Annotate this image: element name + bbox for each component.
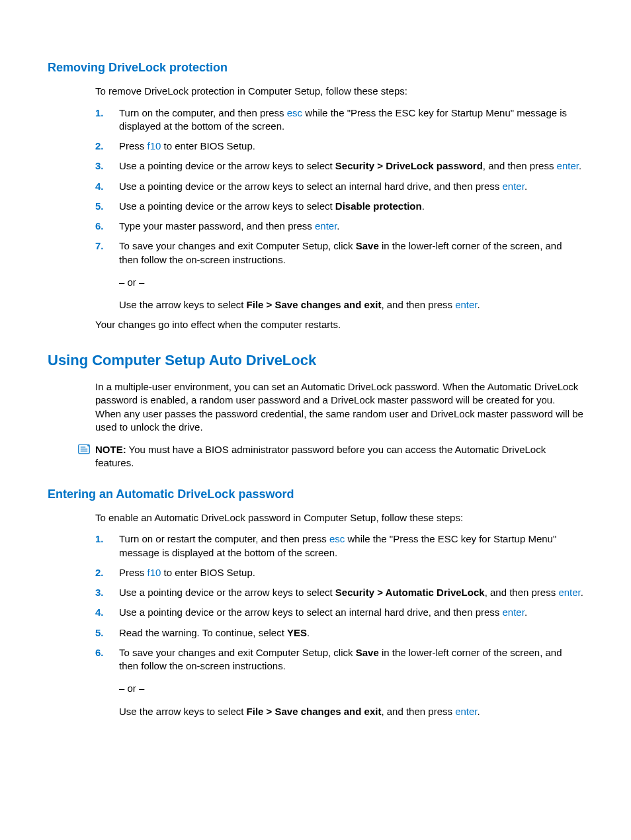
step-text: .: [422, 200, 425, 212]
step-text: Use the arrow keys to select: [119, 706, 247, 717]
bold-text: Security > Automatic DriveLock: [335, 587, 485, 598]
step-6: 6. To save your changes and exit Compute…: [95, 646, 583, 718]
outro-text: Your changes go into effect when the com…: [95, 318, 583, 331]
step-text: .: [579, 160, 581, 171]
key-esc: esc: [287, 107, 302, 118]
step-number: 5.: [95, 200, 104, 213]
heading-removing-drivelock: Removing DriveLock protection: [48, 60, 583, 75]
key-enter: enter: [503, 607, 525, 618]
step-number: 1.: [95, 106, 104, 120]
step-text: Press: [119, 140, 147, 151]
step-text: .: [525, 607, 527, 618]
or-divider: – or –: [119, 276, 583, 289]
or-divider: – or –: [119, 682, 583, 695]
bold-text: Security > DriveLock password: [335, 160, 483, 171]
bold-text: Save: [356, 647, 379, 658]
step-text: Use a pointing device or the arrow keys …: [119, 607, 503, 618]
steps-list-1: 1. Turn on the computer, and then press …: [95, 106, 583, 312]
key-enter: enter: [455, 706, 477, 717]
step-text: .: [581, 587, 583, 598]
step-text: Use a pointing device or the arrow keys …: [119, 181, 503, 192]
step-3: 3. Use a pointing device or the arrow ke…: [95, 159, 583, 173]
step-6: 6. Type your master password, and then p…: [95, 220, 583, 233]
step-2: 2. Press f10 to enter BIOS Setup.: [95, 566, 583, 579]
step-text: Use the arrow keys to select: [119, 299, 247, 310]
step-text: Use a pointing device or the arrow keys …: [119, 587, 335, 598]
step-text: Read the warning. To continue, select: [119, 627, 287, 638]
step-text: Turn on or restart the computer, and the…: [119, 533, 329, 544]
step-text: .: [525, 181, 527, 192]
step-text: .: [478, 299, 480, 310]
heading-using-auto-drivelock: Using Computer Setup Auto DriveLock: [48, 351, 583, 370]
step-3: 3. Use a pointing device or the arrow ke…: [95, 586, 583, 599]
step-text: Turn on the computer, and then press: [119, 107, 287, 118]
step-number: 3.: [95, 586, 104, 599]
step-text: Type your master password, and then pres…: [119, 220, 315, 231]
step-number: 7.: [95, 239, 104, 253]
key-enter: enter: [557, 160, 579, 171]
step-1: 1. Turn on the computer, and then press …: [95, 106, 583, 134]
step-5: 5. Read the warning. To continue, select…: [95, 626, 583, 640]
key-enter: enter: [558, 587, 580, 598]
key-f10: f10: [147, 567, 161, 578]
step-text: .: [307, 627, 310, 638]
step-sub: Use the arrow keys to select File > Save…: [119, 298, 583, 312]
step-text: .: [478, 706, 480, 717]
step-text: To save your changes and exit Computer S…: [119, 647, 356, 658]
step-sub: Use the arrow keys to select File > Save…: [119, 705, 583, 718]
step-number: 1.: [95, 532, 104, 546]
key-enter: enter: [503, 181, 525, 192]
step-4: 4. Use a pointing device or the arrow ke…: [95, 606, 583, 619]
step-5: 5. Use a pointing device or the arrow ke…: [95, 200, 583, 213]
step-number: 3.: [95, 159, 104, 173]
step-text: , and then press: [483, 160, 557, 171]
step-text: to enter BIOS Setup.: [161, 567, 255, 578]
bold-text: File > Save changes and exit: [247, 706, 382, 717]
note-block: NOTE: You must have a BIOS administrator…: [78, 443, 583, 470]
step-text: Use a pointing device or the arrow keys …: [119, 160, 335, 171]
step-number: 2.: [95, 566, 104, 579]
note-icon: [78, 444, 90, 454]
step-number: 5.: [95, 626, 104, 640]
bold-text: Save: [356, 240, 379, 251]
step-number: 4.: [95, 180, 104, 193]
key-esc: esc: [329, 533, 345, 544]
step-4: 4. Use a pointing device or the arrow ke…: [95, 180, 583, 193]
step-number: 6.: [95, 646, 104, 659]
step-1: 1. Turn on or restart the computer, and …: [95, 532, 583, 560]
step-number: 2.: [95, 140, 104, 153]
step-2: 2. Press f10 to enter BIOS Setup.: [95, 140, 583, 153]
intro-text: To remove DriveLock protection in Comput…: [95, 85, 583, 98]
key-enter: enter: [455, 299, 477, 310]
section2-para: In a multiple-user environment, you can …: [95, 380, 583, 434]
note-label: NOTE:: [95, 444, 126, 455]
intro-text: To enable an Automatic DriveLock passwor…: [95, 511, 583, 525]
bold-text: Disable protection: [335, 200, 422, 212]
step-text: .: [337, 220, 339, 231]
step-number: 4.: [95, 606, 104, 619]
steps-list-2: 1. Turn on or restart the computer, and …: [95, 532, 583, 718]
step-7: 7. To save your changes and exit Compute…: [95, 239, 583, 312]
heading-entering-auto-drivelock: Entering an Automatic DriveLock password: [48, 486, 583, 502]
step-text: , and then press: [381, 706, 455, 717]
bold-text: File > Save changes and exit: [247, 299, 382, 310]
step-text: Press: [119, 567, 147, 578]
step-text: Use a pointing device or the arrow keys …: [119, 200, 335, 212]
note-text: You must have a BIOS administrator passw…: [95, 444, 546, 468]
step-text: , and then press: [381, 299, 455, 310]
bold-text: YES: [287, 627, 307, 638]
step-number: 6.: [95, 220, 104, 233]
key-enter: enter: [315, 220, 337, 231]
step-text: , and then press: [485, 587, 559, 598]
step-text: To save your changes and exit Computer S…: [119, 240, 356, 251]
key-f10: f10: [147, 140, 161, 151]
step-text: to enter BIOS Setup.: [161, 140, 255, 151]
